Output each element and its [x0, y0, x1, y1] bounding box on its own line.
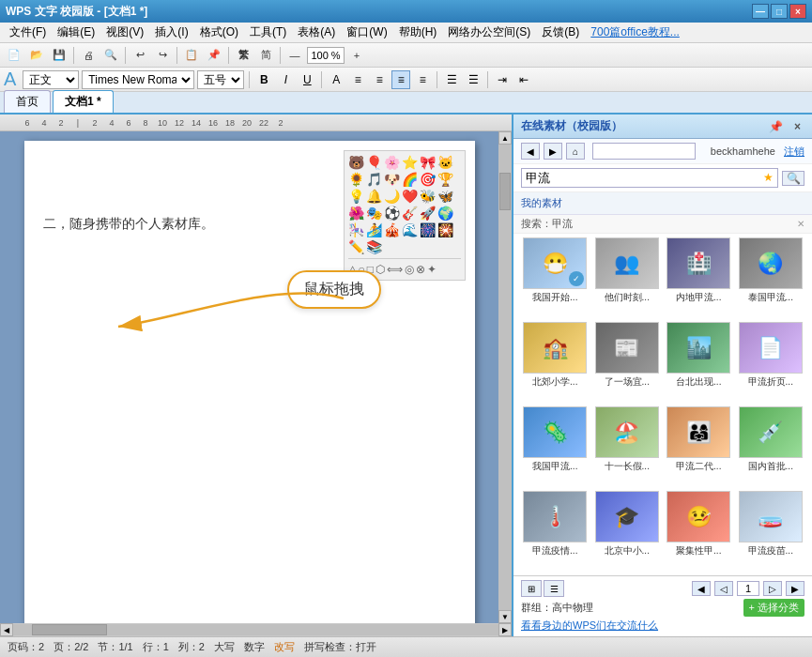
clipart-item[interactable]: 🎈	[366, 155, 382, 170]
scroll-down-btn[interactable]: ▼	[498, 610, 512, 623]
page-next-small-btn[interactable]: ▷	[763, 581, 782, 596]
minimize-button[interactable]: —	[752, 4, 769, 19]
menu-view[interactable]: 视图(V)	[100, 23, 149, 42]
indent-btn[interactable]: ⇥	[493, 70, 512, 89]
justify-btn[interactable]: ≡	[413, 70, 432, 89]
menu-file[interactable]: 文件(F)	[4, 23, 52, 42]
toolbar-print[interactable]: 🖨	[78, 46, 99, 65]
scroll-thumb[interactable]	[499, 173, 511, 210]
image-item-15[interactable]: 🤒 聚集性甲...	[665, 491, 733, 572]
clipart-item[interactable]: 🌊	[402, 222, 418, 237]
clipart-item[interactable]: 🏄	[366, 222, 382, 237]
clipart-item[interactable]: 🎸	[402, 206, 418, 221]
align-right-btn[interactable]: ≡	[391, 70, 410, 89]
clipart-item[interactable]: 🎵	[366, 172, 382, 187]
image-item-7[interactable]: 🏙️ 台北出现...	[665, 322, 733, 403]
clipart-item[interactable]: 🎠	[348, 222, 364, 237]
clipart-item[interactable]: 🎯	[420, 172, 436, 187]
toolbar-new[interactable]: 📄	[4, 46, 24, 65]
outdent-btn[interactable]: ⇤	[514, 70, 533, 89]
clipart-item[interactable]: 🌻	[348, 172, 364, 187]
toolbar-zoom-in[interactable]: +	[346, 46, 367, 65]
image-item-12[interactable]: 💉 国内首批...	[737, 406, 805, 487]
grid-view-btn[interactable]: ⊞	[521, 580, 542, 597]
clipart-item[interactable]: 🎭	[366, 206, 382, 221]
menu-table[interactable]: 表格(A)	[292, 23, 341, 42]
menu-format[interactable]: 格式(O)	[194, 23, 244, 42]
menu-window[interactable]: 窗口(W)	[341, 23, 392, 42]
clipart-item[interactable]: 🏆	[437, 172, 453, 187]
nav-back-btn[interactable]: ◀	[521, 143, 540, 160]
nav-home-btn[interactable]: ⌂	[566, 143, 585, 160]
h-scroll-thumb[interactable]	[32, 624, 107, 635]
color-btn[interactable]: A	[327, 70, 345, 89]
search-button[interactable]: 🔍	[782, 171, 804, 186]
toolbar-zoom-out[interactable]: —	[284, 46, 305, 65]
restore-button[interactable]: □	[771, 4, 788, 19]
image-item-2[interactable]: 👥 他们时刻...	[593, 237, 662, 318]
image-item-9[interactable]: 🦠 我国甲流...	[521, 406, 590, 487]
toolbar-paste[interactable]: 📌	[204, 46, 224, 65]
clipart-item[interactable]: 🐝	[420, 189, 436, 204]
tab-doc1[interactable]: 文档1 *	[53, 90, 114, 113]
paragraph-style-select[interactable]: 正文	[23, 70, 79, 89]
toolbar-open[interactable]: 📂	[26, 46, 47, 65]
toolbar-bold2[interactable]: 繁	[233, 46, 253, 65]
page-next-btn[interactable]: ▶	[786, 581, 804, 596]
clipart-item[interactable]: 🎆	[420, 222, 436, 237]
menu-tools[interactable]: 工具(T)	[244, 23, 292, 42]
scroll-track[interactable]	[498, 145, 512, 610]
image-item-8[interactable]: 📄 甲流折页...	[737, 322, 805, 403]
search-input[interactable]	[522, 169, 759, 187]
scroll-left-btn[interactable]: ◀	[0, 623, 13, 636]
tab-home[interactable]: 首页	[4, 90, 51, 113]
bold-button[interactable]: B	[254, 70, 273, 89]
nav-address-bar[interactable]	[592, 143, 696, 160]
menu-edit[interactable]: 编辑(E)	[52, 23, 100, 42]
bullet-btn[interactable]: ☰	[442, 70, 461, 89]
menu-insert[interactable]: 插入(I)	[149, 23, 193, 42]
scroll-up-btn[interactable]: ▲	[498, 131, 512, 145]
image-item-10[interactable]: 🏖️ 十一长假...	[593, 406, 662, 487]
clipart-item[interactable]: 🌙	[384, 189, 400, 204]
font-size-select[interactable]: 五号	[197, 70, 244, 89]
toolbar-undo[interactable]: ↩	[130, 46, 150, 65]
page-prev-small-btn[interactable]: ◁	[714, 581, 733, 596]
clipart-item[interactable]: 🌈	[402, 172, 418, 187]
align-center-btn[interactable]: ≡	[370, 70, 389, 89]
toolbar-preview[interactable]: 🔍	[100, 46, 121, 65]
image-item-6[interactable]: 📰 了一场宜...	[593, 322, 662, 403]
image-item-16[interactable]: 🧫 甲流疫苗...	[737, 491, 805, 572]
horizontal-scrollbar[interactable]: ◀ ▶	[0, 623, 512, 636]
image-item-13[interactable]: 🌡️ 甲流疫情...	[521, 491, 590, 572]
classify-button[interactable]: + 选择分类	[743, 599, 804, 617]
panel-pin-btn[interactable]: 📌	[765, 120, 787, 133]
tag-close-btn[interactable]: ✕	[797, 219, 804, 229]
doc-scroll[interactable]: ⚡ 🐻 🎈 🌸 ⭐ 🎀 🐱 🌻 🎵	[0, 131, 498, 623]
toolbar-copy[interactable]: 📋	[181, 46, 202, 65]
toolbar-save[interactable]: 💾	[49, 46, 69, 65]
h-scroll-track[interactable]	[13, 624, 498, 635]
menu-help[interactable]: 帮助(H)	[393, 23, 443, 42]
clipart-item[interactable]: ⚽	[384, 206, 400, 221]
search-star-btn[interactable]: ★	[759, 169, 777, 187]
image-item-14[interactable]: 🎓 北京中小...	[593, 491, 662, 572]
toolbar-simple[interactable]: 简	[255, 46, 276, 65]
clipart-item[interactable]: 🌍	[437, 206, 453, 221]
menu-cloud[interactable]: 网络办公空间(S)	[442, 23, 536, 42]
clipart-item[interactable]: ⭐	[402, 155, 418, 170]
page-number-input[interactable]	[737, 581, 759, 596]
chat-link[interactable]: 看看身边的WPS们在交流什么	[521, 619, 658, 633]
italic-button[interactable]: I	[276, 70, 295, 89]
image-item-3[interactable]: 🏥 内地甲流...	[665, 237, 733, 318]
clipart-item[interactable]: 🚀	[420, 206, 436, 221]
clipart-item[interactable]: ❤️	[402, 189, 418, 204]
logout-link[interactable]: 注销	[784, 145, 804, 157]
underline-button[interactable]: U	[298, 70, 316, 89]
clipart-item[interactable]: 🐶	[384, 172, 400, 187]
clipart-item[interactable]: 🌺	[348, 206, 364, 221]
zoom-input[interactable]	[307, 47, 345, 64]
clipart-item[interactable]: 🎀	[420, 155, 436, 170]
scroll-right-btn[interactable]: ▶	[498, 623, 512, 636]
clipart-item[interactable]: 🎪	[384, 222, 400, 237]
